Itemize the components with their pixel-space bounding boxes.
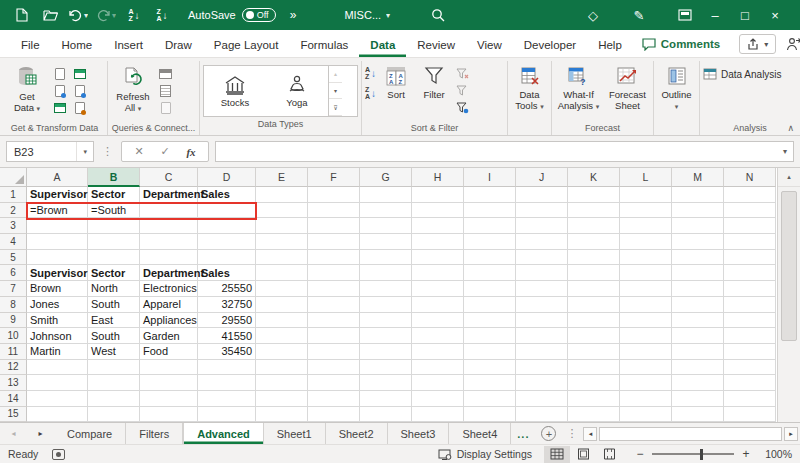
cell-F3[interactable]	[308, 218, 360, 234]
column-header-d[interactable]: D	[198, 168, 256, 187]
cell-N9[interactable]	[724, 313, 776, 329]
cell-N6[interactable]	[724, 265, 776, 281]
cell-B15[interactable]	[88, 407, 140, 422]
more-sheets-indicator[interactable]: ...	[511, 423, 535, 444]
gallery-up-button[interactable]: ▴	[329, 66, 342, 83]
cell-D3[interactable]	[198, 218, 256, 234]
cell-C10[interactable]: Garden	[140, 328, 198, 344]
cell-C1[interactable]: Department	[140, 187, 198, 203]
cell-A13[interactable]	[27, 375, 88, 391]
column-header-e[interactable]: E	[256, 168, 308, 187]
tab-formulas[interactable]: Formulas	[289, 34, 359, 57]
cell-A3[interactable]	[27, 218, 88, 234]
tab-page-layout[interactable]: Page Layout	[203, 34, 290, 57]
cell-J2[interactable]	[516, 203, 568, 219]
cell-G6[interactable]	[360, 265, 412, 281]
cell-E10[interactable]	[256, 328, 308, 344]
cell-B14[interactable]	[88, 391, 140, 407]
cell-F2[interactable]	[308, 203, 360, 219]
properties-button[interactable]	[158, 84, 173, 98]
tab-help[interactable]: Help	[587, 34, 633, 57]
advanced-filter-button[interactable]	[455, 101, 470, 115]
cell-H7[interactable]	[412, 281, 464, 297]
cell-J6[interactable]	[516, 265, 568, 281]
row-header-3[interactable]: 3	[0, 218, 27, 234]
cell-E12[interactable]	[256, 360, 308, 376]
get-data-button[interactable]: GetData ▾	[5, 63, 49, 114]
cell-B10[interactable]: South	[88, 328, 140, 344]
cell-G8[interactable]	[360, 297, 412, 313]
gallery-more-button[interactable]: ⊽	[329, 99, 342, 116]
cell-C15[interactable]	[140, 407, 198, 422]
cell-B13[interactable]	[88, 375, 140, 391]
cell-A6[interactable]: Supervisor	[27, 265, 88, 281]
cell-I6[interactable]	[464, 265, 516, 281]
cell-B6[interactable]: Sector	[88, 265, 140, 281]
cell-M5[interactable]	[672, 250, 724, 266]
cell-N3[interactable]	[724, 218, 776, 234]
cell-C4[interactable]	[140, 234, 198, 250]
cell-I10[interactable]	[464, 328, 516, 344]
stocks-data-type[interactable]: Stocks	[204, 66, 266, 116]
new-sheet-button[interactable]: +	[541, 426, 556, 441]
feedback-person-icon[interactable]	[786, 37, 800, 51]
cell-N1[interactable]	[724, 187, 776, 203]
cell-D12[interactable]	[198, 360, 256, 376]
cell-N7[interactable]	[724, 281, 776, 297]
cell-M12[interactable]	[672, 360, 724, 376]
share-button[interactable]: ▾	[739, 34, 776, 54]
cell-M14[interactable]	[672, 391, 724, 407]
data-tools-button[interactable]: DataTools ▾	[511, 63, 548, 112]
redo-button[interactable]: ▾	[94, 4, 118, 26]
cell-F1[interactable]	[308, 187, 360, 203]
cell-E8[interactable]	[256, 297, 308, 313]
cell-C14[interactable]	[140, 391, 198, 407]
cell-A15[interactable]	[27, 407, 88, 422]
cell-E14[interactable]	[256, 391, 308, 407]
cell-L2[interactable]	[620, 203, 672, 219]
cell-K13[interactable]	[568, 375, 620, 391]
minimize-button[interactable]: –	[700, 0, 730, 30]
enter-button[interactable]: ✓	[152, 145, 178, 158]
cell-L10[interactable]	[620, 328, 672, 344]
page-layout-view-button[interactable]	[570, 446, 596, 463]
cell-H9[interactable]	[412, 313, 464, 329]
cell-F4[interactable]	[308, 234, 360, 250]
cancel-button[interactable]: ✕	[126, 145, 152, 158]
cell-M8[interactable]	[672, 297, 724, 313]
cell-G3[interactable]	[360, 218, 412, 234]
horizontal-scrollbar[interactable]: ◂ ▸	[581, 423, 800, 444]
vertical-scrollbar[interactable]: ▴	[777, 168, 800, 422]
cell-J14[interactable]	[516, 391, 568, 407]
cell-L6[interactable]	[620, 265, 672, 281]
cell-M3[interactable]	[672, 218, 724, 234]
macro-record-icon[interactable]	[52, 449, 65, 460]
cell-F12[interactable]	[308, 360, 360, 376]
cell-K4[interactable]	[568, 234, 620, 250]
expand-formula-bar-button[interactable]: ▾	[783, 147, 787, 156]
cell-F11[interactable]	[308, 344, 360, 360]
row-header-7[interactable]: 7	[0, 281, 27, 297]
column-header-n[interactable]: N	[724, 168, 776, 187]
tab-home[interactable]: Home	[51, 34, 104, 57]
cell-J1[interactable]	[516, 187, 568, 203]
cell-I12[interactable]	[464, 360, 516, 376]
column-header-b[interactable]: B	[88, 168, 140, 187]
cell-E7[interactable]	[256, 281, 308, 297]
from-sheet-button[interactable]	[52, 101, 67, 115]
sheet-tab-sheet2[interactable]: Sheet2	[326, 423, 388, 444]
row-header-9[interactable]: 9	[0, 313, 27, 329]
cell-G11[interactable]	[360, 344, 412, 360]
sheet-tab-sheet4[interactable]: Sheet4	[449, 423, 511, 444]
cell-G10[interactable]	[360, 328, 412, 344]
cell-M11[interactable]	[672, 344, 724, 360]
cell-H14[interactable]	[412, 391, 464, 407]
cell-J10[interactable]	[516, 328, 568, 344]
cell-E15[interactable]	[256, 407, 308, 422]
cell-A2[interactable]: =Brown	[27, 203, 88, 219]
cell-J7[interactable]	[516, 281, 568, 297]
cell-I3[interactable]	[464, 218, 516, 234]
cell-D6[interactable]: Sales	[198, 265, 256, 281]
cell-C12[interactable]	[140, 360, 198, 376]
cell-B8[interactable]: South	[88, 297, 140, 313]
